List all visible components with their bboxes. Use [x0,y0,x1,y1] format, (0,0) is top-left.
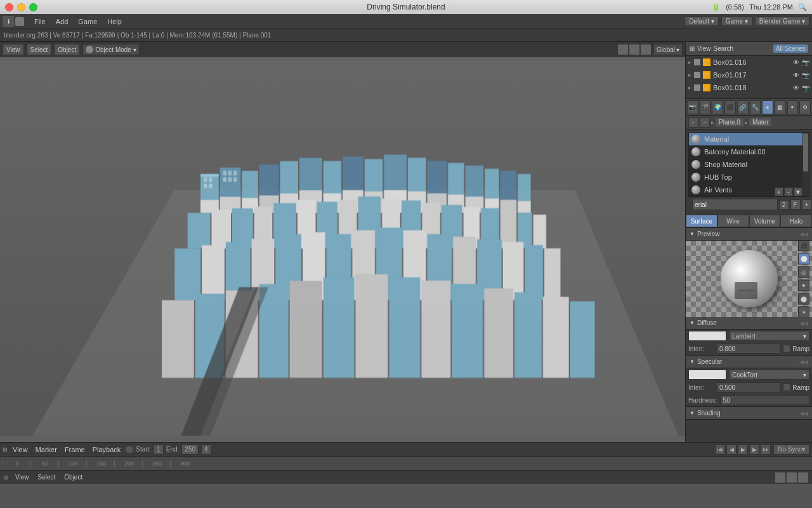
material-item-2[interactable]: Shop Material [689,158,809,171]
viewport-view-btn[interactable]: View [3,44,24,55]
vp-tool-3[interactable] [641,44,651,55]
preview-btn-5[interactable]: ⬤ [798,293,809,305]
prop-icon-material[interactable]: ● [762,100,773,114]
mat-name-input[interactable] [692,199,778,210]
prop-icon-scene[interactable]: 🎬 [700,100,711,114]
mat-plus-btn[interactable]: + [802,199,812,210]
prop-icon-object[interactable]: ⬛ [724,100,736,114]
timeline-frame-field[interactable]: 4 [201,444,211,455]
tab-wire[interactable]: Wire [717,215,749,227]
material-item-3[interactable]: HUB Top [689,171,809,184]
engine-dropdown[interactable]: Game ▾ [721,17,752,26]
prop-icon-world[interactable]: 🌍 [712,100,723,114]
prop-icon-texture[interactable]: ▦ [775,100,786,114]
diffuse-inten-field[interactable]: 0.800 [716,344,780,354]
timeline-play-icon[interactable] [126,446,133,453]
preview-btn-2[interactable]: ⚪ [798,253,809,265]
bottom-select-btn[interactable]: Select [36,474,58,481]
breadcrumb-material[interactable]: Mater [749,118,772,126]
prop-icon-physics[interactable]: ⚙ [799,100,811,114]
vp-tool-1[interactable] [618,44,628,55]
list-down-btn[interactable]: ▼ [794,187,802,196]
prop-icon-constraint[interactable]: 🔗 [737,100,749,114]
list-add-btn[interactable]: + [775,187,783,196]
menu-help[interactable]: Help [102,17,127,27]
specular-section-header[interactable]: ▼ Specular ◀◀ [686,356,812,368]
preview-section-header[interactable]: ▼ Preview ◀◀ [686,228,812,241]
orientation-dropdown[interactable]: Global ▾ [653,44,683,55]
next-frame-btn[interactable]: ▶ [749,444,759,455]
go-start-btn[interactable]: ⏮ [715,444,725,455]
material-item-0[interactable]: Material [689,133,809,145]
preview-btn-6[interactable]: ☀ [798,307,809,318]
play-btn[interactable]: ▶ [738,444,748,455]
list-remove-btn[interactable]: - [784,187,793,196]
breadcrumb-fwd-icon[interactable]: → [700,117,710,128]
prop-icon-modifier[interactable]: 🔧 [750,100,761,114]
timeline-marker-btn[interactable]: Marker [33,446,60,453]
outliner-view-btn[interactable]: View [697,45,711,52]
specular-shader-dropdown[interactable]: CookTorr ▾ [729,370,809,380]
mac-close-btn[interactable] [5,3,13,11]
go-end-btn[interactable]: ⏭ [761,444,771,455]
menu-add[interactable]: Add [51,17,74,27]
material-item-1[interactable]: Balcony Material.00 [689,145,809,158]
timeline-end-field[interactable]: 250 [181,444,199,455]
breadcrumb-plane[interactable]: Plane.0 [716,118,743,126]
preview-btn-4[interactable]: ✦ [798,280,809,291]
mat-f-btn[interactable]: F [790,199,801,210]
specular-hardness-field[interactable]: 50 [720,395,809,405]
material-list-scrollbar[interactable] [802,133,809,196]
outliner-render-0[interactable]: 📷 [802,59,809,66]
tab-volume[interactable]: Volume [749,215,781,227]
bottom-tool-2[interactable] [787,472,797,483]
timeline-view-btn[interactable]: View [10,446,30,453]
outliner-item-2[interactable]: ▸ ▽ Box01.018 👁 📷 [686,81,812,94]
timeline-start-field[interactable]: 1 [154,444,164,455]
diffuse-ramp-checkbox[interactable] [783,345,790,352]
shading-section-header[interactable]: ▼ Shading ◀◀ [686,407,812,420]
bottom-tool-1[interactable] [775,472,785,483]
bottom-tool-3[interactable] [798,472,808,483]
prop-icon-particles[interactable]: ✦ [787,100,799,114]
layout-dropdown[interactable]: Default ▾ [684,17,718,26]
outliner-eye-1[interactable]: 👁 [793,72,799,79]
viewport-object-btn[interactable]: Object [54,44,80,55]
preview-btn-1[interactable]: ⬛ [798,241,809,251]
render-engine-dropdown[interactable]: Blender Game ▾ [755,17,809,26]
timeline-playback-btn[interactable]: Playback [90,446,124,453]
outliner-render-2[interactable]: 📷 [802,84,809,91]
mac-min-btn[interactable] [17,3,25,11]
mac-max-btn[interactable] [29,3,37,11]
outliner-render-1[interactable]: 📷 [802,72,809,79]
outliner-search-btn[interactable]: Search [714,45,734,52]
outliner-eye-2[interactable]: 👁 [793,84,799,91]
outliner-item-0[interactable]: ▸ ▽ Box01.016 👁 📷 [686,56,812,69]
outliner-all-scenes-btn[interactable]: All Scenes [773,44,808,53]
vp-tool-2[interactable] [629,44,639,55]
outliner-eye-0[interactable]: 👁 [793,59,799,66]
bottom-object-btn[interactable]: Object [62,474,85,481]
timeline-frame-btn[interactable]: Frame [62,446,88,453]
prev-frame-btn[interactable]: ◀ [726,444,737,455]
viewport-select-btn[interactable]: Select [27,44,52,55]
diffuse-section-header[interactable]: ▼ Diffuse ◀◀ [686,317,812,330]
specular-inten-field[interactable]: 0.500 [716,382,780,392]
outliner-item-1[interactable]: ▸ ▽ Box01.017 👁 📷 [686,69,812,81]
specular-color-swatch[interactable] [688,370,726,380]
diffuse-shader-dropdown[interactable]: Lambert ▾ [729,331,809,341]
diffuse-color-swatch[interactable] [688,331,726,341]
blender-menu-icon[interactable]: ℹ [3,16,14,27]
specular-ramp-checkbox[interactable] [783,384,790,391]
breadcrumb-back-icon[interactable]: ← [688,117,698,128]
tab-surface[interactable]: Surface [686,215,717,227]
menu-game[interactable]: Game [73,17,102,27]
prop-icon-render[interactable]: 📷 [687,100,698,114]
sync-dropdown[interactable]: No Sync ▾ [773,444,809,455]
tab-halo[interactable]: Halo [780,215,812,227]
menu-file[interactable]: File [29,17,51,27]
object-mode-dropdown[interactable]: Object Mode ▾ [82,44,140,55]
bottom-view-btn[interactable]: View [13,474,32,481]
viewport[interactable]: View Select Object Object Mode ▾ Global … [0,42,685,442]
preview-btn-3[interactable]: ◎ [798,267,809,278]
